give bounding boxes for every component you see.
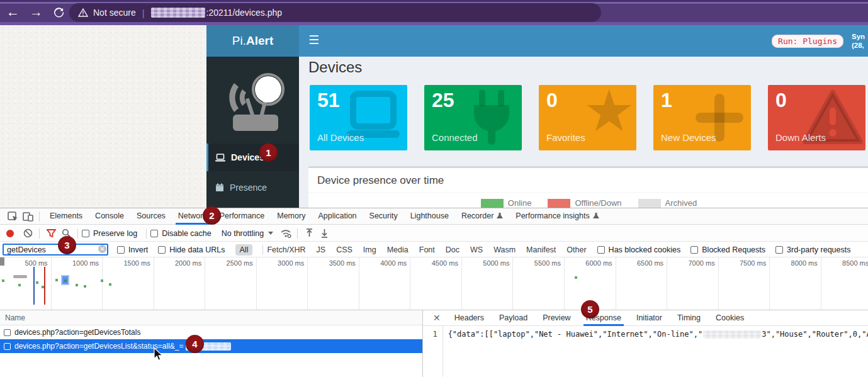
back-icon[interactable]: ← xyxy=(6,4,20,20)
tab-security[interactable]: Security xyxy=(363,208,404,225)
has-blocked-cookies-checkbox[interactable] xyxy=(597,246,605,254)
type-filter-ws[interactable]: WS xyxy=(470,245,483,254)
invert-checkbox[interactable] xyxy=(117,246,125,254)
record-network-log-icon[interactable] xyxy=(6,230,14,237)
chart-legend: Online Offline/Down Archived xyxy=(308,193,868,208)
device-toolbar-icon[interactable] xyxy=(20,210,35,223)
tab-initiator[interactable]: Initiator xyxy=(629,310,670,326)
url-field[interactable]: Not secure | :20211/devices.php xyxy=(69,3,601,22)
tab-preview[interactable]: Preview xyxy=(535,310,578,326)
card-value: 25 xyxy=(432,89,454,112)
timeline-scroll-nub xyxy=(0,257,4,266)
type-filter-all[interactable]: All xyxy=(235,244,253,256)
type-filter-manifest[interactable]: Manifest xyxy=(526,245,556,254)
waterfall-dot xyxy=(76,284,78,286)
timeline-tick: 8000 ms xyxy=(770,257,821,310)
tab-memory[interactable]: Memory xyxy=(271,208,312,225)
legend-swatch-offline xyxy=(548,199,570,208)
type-filter-doc[interactable]: Doc xyxy=(446,245,459,254)
tab-performance-insights[interactable]: Performance insights xyxy=(509,208,605,225)
network-conditions-icon[interactable] xyxy=(278,227,293,240)
third-party-requests[interactable]: 3rd-party requests xyxy=(775,245,850,254)
annotation-step-5: 5 xyxy=(581,300,599,318)
request-list: Name devices.php?action=getDevicesTotals… xyxy=(0,310,423,377)
run-plugins-button[interactable]: Run: Plugins xyxy=(772,35,843,48)
waterfall-dot xyxy=(575,276,577,279)
clear-filter-icon[interactable]: ✕ xyxy=(98,245,106,253)
filter-icon[interactable] xyxy=(43,227,59,240)
waterfall-dot xyxy=(42,286,44,288)
type-filter-wasm[interactable]: Wasm xyxy=(493,245,516,254)
tab-timing[interactable]: Timing xyxy=(670,310,708,326)
card-new-devices[interactable]: 1 New Devices xyxy=(653,85,751,150)
hide-data-urls-checkbox[interactable] xyxy=(158,246,166,254)
export-har-icon[interactable] xyxy=(317,227,332,240)
forward-icon[interactable]: → xyxy=(30,4,43,20)
network-timeline-overview[interactable]: 500 ms 1000 ms 1500 ms 2000 ms 2500 ms 3… xyxy=(0,257,868,310)
disable-cache-checkbox[interactable] xyxy=(150,230,158,237)
type-filter-media[interactable]: Media xyxy=(387,245,409,254)
not-secure-warning-icon xyxy=(78,8,88,17)
throttling-select[interactable]: No throttling xyxy=(222,229,273,238)
close-icon[interactable]: ✕ xyxy=(427,313,447,323)
invert-filter[interactable]: Invert xyxy=(117,245,148,254)
legend-archived: Archived xyxy=(638,198,697,208)
tab-cookies[interactable]: Cookies xyxy=(708,310,752,326)
request-row[interactable]: devices.php?action=getDevicesTotals xyxy=(0,325,422,339)
has-blocked-cookies[interactable]: Has blocked cookies xyxy=(597,245,681,254)
browser-address-bar: ← → Not secure | :20211/devices.php xyxy=(0,0,868,25)
type-filter-css[interactable]: CSS xyxy=(336,245,352,254)
card-value: 0 xyxy=(546,89,558,112)
preserve-log-checkbox[interactable] xyxy=(82,230,89,237)
clear-network-log-icon[interactable] xyxy=(20,227,35,240)
timeline-tick: 3500 ms xyxy=(308,257,359,310)
reload-icon[interactable] xyxy=(53,6,65,18)
tab-application[interactable]: Application xyxy=(312,208,363,225)
request-row-selected[interactable]: devices.php?action=getDevicesList&status… xyxy=(0,339,422,353)
type-filter-fetch-xhr[interactable]: Fetch/XHR xyxy=(267,245,305,254)
card-down-alerts[interactable]: 0 Down Alerts xyxy=(768,85,865,150)
sidebar-item-devices[interactable]: Devices xyxy=(206,143,299,171)
timeline-tick: 4000 ms xyxy=(359,257,411,310)
sidebar-item-presence[interactable]: Presence xyxy=(206,174,299,201)
type-filter-img[interactable]: Img xyxy=(363,245,376,254)
pialert-app: Pi.Alert ☰ Run: Plugins Syn(28, xyxy=(206,25,868,208)
card-label: All Devices xyxy=(317,132,364,143)
tab-recorder[interactable]: Recorder xyxy=(455,208,509,225)
tab-payload[interactable]: Payload xyxy=(492,310,535,326)
import-har-icon[interactable] xyxy=(302,227,317,240)
brand-pi: Pi. xyxy=(232,34,246,48)
star-icon: ★ xyxy=(583,85,635,140)
annotation-step-2: 2 xyxy=(203,206,221,225)
app-sidebar: Devices Presence xyxy=(206,57,299,208)
card-connected[interactable]: 25 Connected xyxy=(424,85,522,150)
card-favorites[interactable]: 0 ★ Favorites xyxy=(539,85,636,150)
tab-headers[interactable]: Headers xyxy=(447,310,492,326)
stat-cards: 51 All Devices 25 Connected 0 ★ Favorite… xyxy=(310,85,865,150)
waterfall-dot xyxy=(109,283,111,286)
type-filter-js[interactable]: JS xyxy=(317,245,326,254)
app-brand[interactable]: Pi.Alert xyxy=(206,25,299,57)
request-checkbox[interactable] xyxy=(4,329,11,336)
card-all-devices[interactable]: 51 All Devices xyxy=(310,85,407,150)
blocked-requests-checkbox[interactable] xyxy=(690,246,698,254)
third-party-requests-checkbox[interactable] xyxy=(775,246,783,254)
blocked-requests[interactable]: Blocked Requests xyxy=(690,245,765,254)
inspect-element-icon[interactable] xyxy=(5,210,20,223)
tab-lighthouse[interactable]: Lighthouse xyxy=(404,208,455,225)
hide-data-urls[interactable]: Hide data URLs xyxy=(158,245,225,254)
request-checkbox[interactable] xyxy=(4,343,11,350)
screenshot-root: ← → Not secure | :20211/devices.php Pi.A… xyxy=(0,0,868,377)
tab-elements[interactable]: Elements xyxy=(43,208,89,225)
filter-input[interactable] xyxy=(3,244,108,256)
type-filter-font[interactable]: Font xyxy=(419,245,435,254)
desktop-texture xyxy=(0,25,206,208)
type-filter-other[interactable]: Other xyxy=(566,245,586,254)
menu-toggle-icon[interactable]: ☰ xyxy=(308,33,319,47)
timeline-tick: 4500 ms xyxy=(410,257,462,310)
tab-sources[interactable]: Sources xyxy=(130,208,172,225)
request-detail-pane: ✕ Headers Payload Preview Response Initi… xyxy=(423,310,868,377)
tab-console[interactable]: Console xyxy=(89,208,130,225)
annotation-step-3: 3 xyxy=(58,236,76,254)
tab-performance[interactable]: Performance xyxy=(213,208,271,225)
